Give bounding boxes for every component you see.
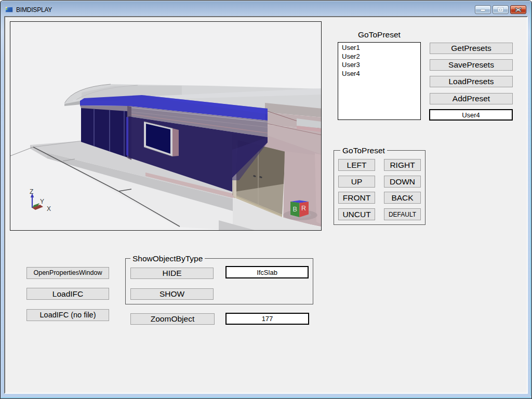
svg-text:Z: Z (30, 188, 33, 195)
svg-text:Y: Y (40, 198, 44, 205)
svg-text:X: X (47, 205, 51, 212)
svg-text:R: R (301, 205, 306, 212)
svg-text:B: B (293, 206, 297, 213)
